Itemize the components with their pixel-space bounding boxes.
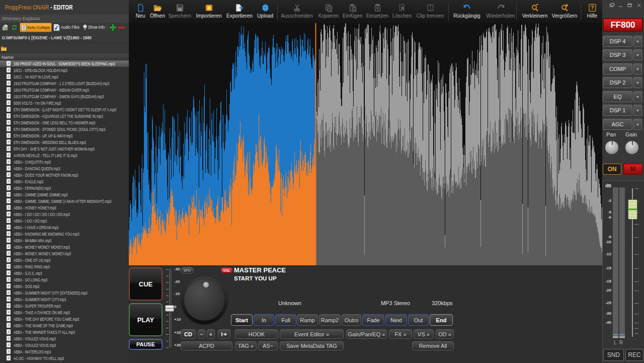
svg-text:?: ? [591,5,594,11]
